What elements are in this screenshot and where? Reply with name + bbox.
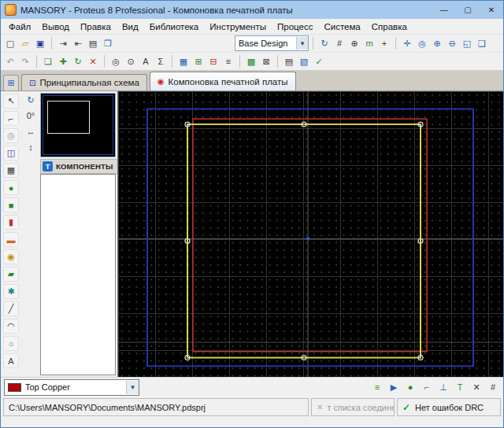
- next-layer-icon[interactable]: ▶: [387, 381, 401, 394]
- toolbar-separator: [313, 37, 313, 50]
- mirror-v-icon[interactable]: ↕: [24, 141, 38, 153]
- arc-icon[interactable]: ◠: [3, 319, 19, 334]
- import-icon[interactable]: ⇥: [56, 37, 70, 50]
- grid-snap-icon[interactable]: #: [486, 381, 500, 394]
- title-bar[interactable]: MANSORY - Proteus 8 Professional - Компо…: [1, 1, 503, 19]
- stitch-via-icon[interactable]: ◉: [3, 249, 19, 264]
- menu-system[interactable]: Система: [318, 21, 365, 32]
- block-delete-icon[interactable]: ✕: [86, 55, 100, 68]
- text-icon[interactable]: A: [3, 353, 19, 368]
- track-mode-icon[interactable]: ⌐: [3, 111, 19, 126]
- board-edge-yellow[interactable]: [187, 124, 421, 358]
- export-icon[interactable]: ⇤: [71, 37, 85, 50]
- trace-angle-icon[interactable]: ⌐: [420, 381, 434, 394]
- menu-view[interactable]: Вид: [117, 21, 144, 32]
- chevron-down-icon[interactable]: ▾: [126, 381, 139, 394]
- save-icon[interactable]: ▣: [33, 37, 47, 50]
- open-folder-icon[interactable]: ▱: [18, 37, 32, 50]
- menu-library[interactable]: Библиотека: [144, 21, 205, 32]
- teardrop-icon[interactable]: ⊥: [436, 381, 450, 394]
- connectivity-check-icon[interactable]: ✓: [312, 55, 326, 68]
- toolbar-separator: [51, 37, 52, 50]
- zoom-out-icon[interactable]: ⊖: [445, 37, 459, 50]
- menu-process[interactable]: Процесс: [272, 21, 318, 32]
- close-button[interactable]: ✕: [480, 1, 503, 19]
- mark-area-icon[interactable]: ❐: [101, 37, 115, 50]
- menu-edit[interactable]: Правка: [75, 21, 117, 32]
- tab-schematic[interactable]: ⊡ Принципиальная схема: [21, 74, 147, 90]
- mitre-icon[interactable]: T: [453, 381, 467, 394]
- toggle-selector-icon[interactable]: T: [43, 161, 53, 172]
- component-mode-icon[interactable]: ◫: [3, 146, 19, 160]
- undo-icon[interactable]: ↶: [3, 55, 17, 68]
- mounting-pads[interactable]: [185, 122, 423, 360]
- home-tab-icon[interactable]: ⊞: [3, 75, 19, 90]
- rotate-icon[interactable]: ↻: [24, 94, 38, 106]
- ratsnest-icon[interactable]: ✱: [3, 284, 19, 299]
- circle-icon[interactable]: ○: [3, 336, 19, 351]
- block-copy-icon[interactable]: ❏: [41, 55, 55, 68]
- menu-tools[interactable]: Инструменты: [204, 21, 272, 32]
- goto-sheet-icon[interactable]: ≡: [221, 55, 235, 68]
- components-list[interactable]: [40, 174, 116, 375]
- layer-combo[interactable]: Top Copper ▾: [4, 379, 139, 396]
- menu-output[interactable]: Вывод: [36, 21, 75, 32]
- toolbar-edit: ↶ ↷ ❏ ✚ ↻ ✕ ◎ ⊙ A Σ ▦ ⊞ ⊟ ≡ ▩ ⊠ ▤ ▧ ✓: [1, 53, 503, 71]
- zone-recalc-icon[interactable]: ▩: [244, 55, 258, 68]
- board-region-blue[interactable]: [147, 109, 473, 366]
- drc-check-icon: ✓: [402, 402, 410, 413]
- design-combo[interactable]: Base Design ▾: [235, 35, 309, 51]
- new-sheet-icon[interactable]: ⊞: [191, 55, 206, 68]
- redo-icon[interactable]: ↷: [18, 55, 32, 68]
- auto-name-icon[interactable]: A: [139, 55, 153, 68]
- board-outline-red[interactable]: [193, 119, 427, 352]
- search-icon[interactable]: ⊙: [124, 55, 138, 68]
- selector-tool-icon[interactable]: ↖: [3, 94, 19, 109]
- new-file-icon[interactable]: ▢: [3, 37, 17, 50]
- false-origin-icon[interactable]: ⊕: [347, 37, 361, 50]
- print-icon[interactable]: ▤: [86, 37, 100, 50]
- chevron-down-icon[interactable]: ▾: [296, 37, 308, 50]
- overview-window[interactable]: [40, 93, 116, 157]
- line-icon[interactable]: ╱: [3, 301, 19, 316]
- layer-pairs-icon[interactable]: ≡: [370, 381, 384, 394]
- menu-help[interactable]: Справка: [366, 21, 413, 32]
- block-move-icon[interactable]: ✚: [56, 55, 70, 68]
- design-explorer-icon[interactable]: ▦: [176, 55, 191, 68]
- maximize-button[interactable]: ▢: [456, 1, 480, 19]
- drc-report-icon[interactable]: ⊠: [259, 55, 273, 68]
- toolbar-separator: [395, 37, 396, 50]
- metric-icon[interactable]: m: [362, 37, 376, 50]
- menu-file[interactable]: Файл: [3, 21, 36, 32]
- redraw-icon[interactable]: ↻: [317, 37, 332, 50]
- 3d-view-icon[interactable]: ▧: [297, 55, 311, 68]
- zoom-area-icon[interactable]: ❑: [475, 37, 489, 50]
- center-view-icon[interactable]: ◎: [415, 37, 429, 50]
- status-drc: ✓ Нет ошибок DRC: [397, 398, 501, 416]
- pcb-editor-canvas[interactable]: [117, 91, 503, 377]
- tab-pcb-layout[interactable]: ◉ Компоновка печатной платы: [150, 72, 296, 90]
- zoom-in-icon[interactable]: ⊕: [430, 37, 444, 50]
- pan-icon[interactable]: ✛: [400, 37, 414, 50]
- window-frame: [1, 418, 503, 427]
- smd-pad-icon[interactable]: ▬: [3, 232, 19, 247]
- zoom-all-icon[interactable]: ◱: [460, 37, 474, 50]
- zone-tool-icon[interactable]: ●: [403, 381, 417, 394]
- mirror-h-icon[interactable]: ↔: [24, 125, 38, 138]
- grid-toggle-icon[interactable]: #: [332, 37, 346, 50]
- zone-mode-icon[interactable]: ▰: [3, 267, 19, 282]
- pick-object-icon[interactable]: ◎: [109, 55, 123, 68]
- minimize-button[interactable]: —: [432, 1, 456, 19]
- block-rotate-icon[interactable]: ↻: [71, 55, 85, 68]
- square-pad-icon[interactable]: ■: [3, 197, 19, 212]
- package-mode-icon[interactable]: ▦: [3, 163, 19, 178]
- cursor-mode-icon[interactable]: +: [377, 37, 391, 50]
- layer-color-swatch: [8, 383, 21, 392]
- remove-sheet-icon[interactable]: ⊟: [206, 55, 220, 68]
- unmitre-icon[interactable]: ✕: [469, 381, 484, 394]
- via-mode-icon[interactable]: ◎: [3, 128, 19, 143]
- round-pad-icon[interactable]: ●: [3, 180, 19, 195]
- dil-pad-icon[interactable]: ▮: [3, 215, 19, 230]
- property-tool-icon[interactable]: Σ: [154, 55, 168, 68]
- bom-icon[interactable]: ▤: [282, 55, 296, 68]
